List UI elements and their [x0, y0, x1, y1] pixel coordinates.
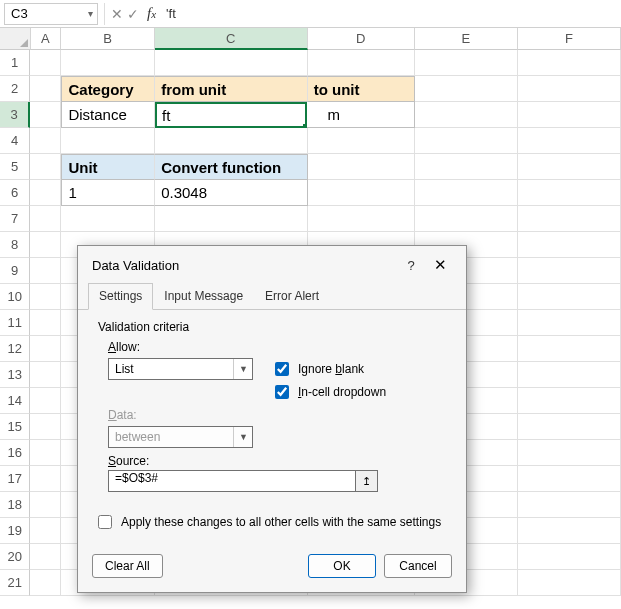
row-header[interactable]: 5: [0, 154, 30, 180]
cell[interactable]: [155, 50, 308, 76]
row-header[interactable]: 9: [0, 258, 30, 284]
cell[interactable]: [308, 180, 415, 206]
cell[interactable]: [30, 388, 61, 414]
row-header[interactable]: 10: [0, 284, 30, 310]
cell[interactable]: [415, 206, 518, 232]
cell[interactable]: [518, 414, 621, 440]
cell[interactable]: [308, 206, 415, 232]
incell-dropdown-checkbox[interactable]: In-cell dropdown: [271, 382, 386, 402]
cell[interactable]: [61, 206, 155, 232]
row-header[interactable]: 15: [0, 414, 30, 440]
cell[interactable]: [415, 128, 518, 154]
row-header[interactable]: 16: [0, 440, 30, 466]
source-input[interactable]: =$O$3#: [108, 470, 356, 492]
row-header[interactable]: 21: [0, 570, 30, 596]
cell[interactable]: [518, 362, 621, 388]
cell[interactable]: [30, 232, 61, 258]
incell-input[interactable]: [275, 385, 289, 399]
cell[interactable]: [30, 570, 61, 596]
cell[interactable]: [30, 544, 61, 570]
cell[interactable]: [518, 258, 621, 284]
close-icon[interactable]: ✕: [424, 256, 456, 274]
cancel-icon[interactable]: ✕: [111, 6, 123, 22]
dialog-titlebar[interactable]: Data Validation ? ✕: [78, 246, 466, 282]
col-header[interactable]: E: [415, 28, 518, 50]
row-header[interactable]: 2: [0, 76, 30, 102]
cell[interactable]: [61, 50, 155, 76]
cell[interactable]: m: [307, 102, 415, 128]
row-header[interactable]: 1: [0, 50, 30, 76]
select-all-corner[interactable]: [0, 28, 31, 50]
cell[interactable]: [30, 362, 61, 388]
range-picker-icon[interactable]: ↥: [356, 470, 378, 492]
cell[interactable]: [518, 310, 621, 336]
cell[interactable]: [155, 128, 308, 154]
cell[interactable]: from unit: [155, 76, 308, 102]
cell[interactable]: [518, 206, 621, 232]
cell[interactable]: [518, 544, 621, 570]
cell[interactable]: [30, 440, 61, 466]
cell[interactable]: to unit: [308, 76, 415, 102]
ignore-blank-checkbox[interactable]: Ignore blank: [271, 359, 364, 379]
cell[interactable]: [415, 76, 518, 102]
cell[interactable]: [518, 336, 621, 362]
fx-icon[interactable]: fx: [147, 5, 156, 22]
formula-input[interactable]: 'ft: [158, 6, 621, 21]
cell[interactable]: [518, 102, 621, 128]
clear-all-button[interactable]: Clear All: [92, 554, 163, 578]
cell[interactable]: [415, 102, 518, 128]
cell[interactable]: [30, 258, 61, 284]
cell[interactable]: [518, 440, 621, 466]
cell[interactable]: [30, 128, 61, 154]
cell[interactable]: [518, 518, 621, 544]
help-icon[interactable]: ?: [398, 258, 424, 273]
apply-all-checkbox[interactable]: Apply these changes to all other cells w…: [94, 512, 450, 532]
row-header[interactable]: 3: [0, 102, 30, 128]
cell[interactable]: [30, 76, 61, 102]
cell[interactable]: [30, 154, 61, 180]
cell[interactable]: [30, 518, 61, 544]
cell[interactable]: [30, 466, 61, 492]
cell[interactable]: [518, 284, 621, 310]
cancel-button[interactable]: Cancel: [384, 554, 452, 578]
row-header[interactable]: 8: [0, 232, 30, 258]
cell[interactable]: [30, 492, 61, 518]
row-header[interactable]: 4: [0, 128, 30, 154]
cell[interactable]: [518, 492, 621, 518]
allow-combo[interactable]: List ▼: [108, 358, 253, 380]
accept-icon[interactable]: ✓: [127, 6, 139, 22]
cell[interactable]: [518, 466, 621, 492]
col-header[interactable]: A: [31, 28, 62, 50]
cell[interactable]: [518, 50, 621, 76]
cell[interactable]: 1: [61, 180, 155, 206]
ok-button[interactable]: OK: [308, 554, 376, 578]
row-header[interactable]: 6: [0, 180, 30, 206]
cell[interactable]: [30, 206, 61, 232]
cell[interactable]: [308, 154, 415, 180]
cell[interactable]: Unit: [61, 154, 155, 180]
chevron-down-icon[interactable]: ▾: [88, 8, 93, 19]
cell[interactable]: [415, 180, 518, 206]
cell[interactable]: [518, 154, 621, 180]
selected-cell[interactable]: ft ▼: [155, 102, 307, 128]
cell[interactable]: [30, 102, 61, 128]
cell[interactable]: [155, 206, 308, 232]
cell[interactable]: [518, 180, 621, 206]
cell[interactable]: [30, 50, 61, 76]
col-header[interactable]: B: [61, 28, 155, 50]
row-header[interactable]: 19: [0, 518, 30, 544]
cell[interactable]: [30, 336, 61, 362]
row-header[interactable]: 11: [0, 310, 30, 336]
cell[interactable]: [415, 50, 518, 76]
cell[interactable]: [518, 76, 621, 102]
cell[interactable]: [518, 232, 621, 258]
cell[interactable]: 0.3048: [155, 180, 308, 206]
cell[interactable]: [415, 154, 518, 180]
tab-error-alert[interactable]: Error Alert: [254, 283, 330, 310]
apply-all-input[interactable]: [98, 515, 112, 529]
row-header[interactable]: 7: [0, 206, 30, 232]
cell[interactable]: Convert function: [155, 154, 308, 180]
cell[interactable]: [518, 128, 621, 154]
cell[interactable]: [61, 128, 155, 154]
tab-settings[interactable]: Settings: [88, 283, 153, 310]
